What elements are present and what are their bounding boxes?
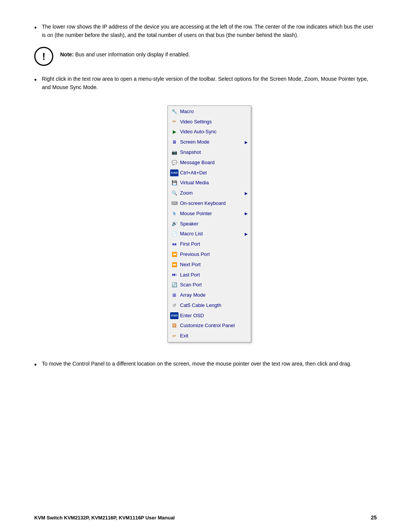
- bullet-item-3: • To move the Control Panel to a differe…: [34, 360, 377, 370]
- menu-item-zoom[interactable]: 🔍Zoom▶: [168, 188, 251, 198]
- menu-icon-macro-list: 📄: [170, 231, 178, 238]
- bullet-item-2: • Right click in the text row area to op…: [34, 75, 377, 353]
- menu-label-scan-port: Scan Port: [180, 281, 248, 289]
- menu-arrow-icon: ▶: [245, 211, 248, 217]
- menu-label-previous-port: Previous Port: [180, 251, 248, 259]
- menu-icon-previous-port: ⏪: [170, 251, 178, 258]
- menu-item-enter-osd[interactable]: OSDEnter OSD: [168, 311, 251, 321]
- menu-container: 🔧Macro✏Video Settings▶Video Auto-Sync🖥Sc…: [42, 105, 377, 342]
- menu-item-speaker[interactable]: 🔊Speaker: [168, 219, 251, 229]
- menu-label-customize-control-panel: Customize Control Panel: [180, 322, 248, 330]
- menu-label-speaker: Speaker: [180, 220, 248, 228]
- menu-item-virtual-media[interactable]: 💾Virtual Media: [168, 178, 251, 188]
- menu-label-snapshot: Snapshot: [180, 149, 248, 157]
- menu-label-video-auto-sync: Video Auto-Sync: [180, 128, 248, 136]
- menu-label-screen-mode: Screen Mode: [180, 138, 242, 146]
- menu-label-on-screen-keyboard: On-screen Keyboard: [180, 200, 248, 208]
- menu-icon-on-screen-keyboard: ⌨: [170, 200, 178, 207]
- menu-item-exit[interactable]: ↩Exit: [168, 331, 251, 341]
- footer-page-number: 25: [371, 514, 377, 521]
- menu-label-next-port: Next Port: [180, 261, 248, 269]
- menu-arrow-icon: ▶: [245, 139, 248, 145]
- note-icon: !: [34, 47, 53, 66]
- menu-icon-mouse-pointer: 🖱: [170, 210, 178, 217]
- menu-item-video-auto-sync[interactable]: ▶Video Auto-Sync: [168, 127, 251, 137]
- menu-icon-ctrl+alt+del: CAD: [170, 169, 178, 176]
- note-body: Bus and user information only display if…: [75, 51, 190, 58]
- menu-arrow-icon: ▶: [245, 231, 248, 237]
- menu-label-video-settings: Video Settings: [180, 118, 248, 126]
- note-box: ! Note: Bus and user information only di…: [34, 47, 377, 66]
- menu-icon-screen-mode: 🖥: [170, 139, 178, 146]
- menu-item-previous-port[interactable]: ⏪Previous Port: [168, 249, 251, 260]
- menu-label-message-board: Message Board: [180, 159, 248, 167]
- bullet-text-1: The lower row shows the IP address of th…: [42, 23, 377, 39]
- bullet-dot-2: •: [34, 75, 42, 85]
- menu-item-on-screen-keyboard[interactable]: ⌨On-screen Keyboard: [168, 198, 251, 209]
- menu-icon-macro: 🔧: [170, 108, 178, 115]
- menu-icon-exit: ↩: [170, 333, 178, 340]
- bullet-text-2: Right click in the text row area to open…: [42, 75, 377, 91]
- menu-arrow-icon: ▶: [245, 190, 248, 197]
- menu-item-message-board[interactable]: 💬Message Board: [168, 158, 251, 168]
- bullet-dot-1: •: [34, 23, 42, 33]
- menu-icon-enter-osd: OSD: [170, 312, 178, 319]
- menu-item-customize-control-panel[interactable]: 🖼Customize Control Panel: [168, 321, 251, 331]
- menu-icon-video-auto-sync: ▶: [170, 129, 178, 136]
- menu-item-screen-mode[interactable]: 🖥Screen Mode▶: [168, 137, 251, 147]
- menu-label-virtual-media: Virtual Media: [180, 179, 248, 187]
- menu-item-scan-port[interactable]: 🔄Scan Port: [168, 280, 251, 290]
- bullet-text-3: To move the Control Panel to a different…: [42, 360, 352, 368]
- menu-icon-customize-control-panel: 🖼: [170, 323, 178, 329]
- menu-label-zoom: Zoom: [180, 189, 242, 197]
- menu-label-cat5-cable-length: Cat5 Cable Length: [180, 302, 248, 310]
- menu-label-first-port: First Port: [180, 240, 248, 248]
- menu-icon-zoom: 🔍: [170, 190, 178, 197]
- menu-icon-first-port: ⏮: [170, 241, 178, 248]
- menu-item-last-port[interactable]: ⏭Last Port: [168, 270, 251, 280]
- note-label: Note:: [60, 51, 74, 58]
- menu-icon-cat5-cable-length: ↺: [170, 302, 178, 309]
- menu-icon-message-board: 💬: [170, 159, 178, 166]
- menu-label-enter-osd: Enter OSD: [180, 312, 248, 320]
- footer-title: KVM Switch KVM2132P, KVM2116P, KVM1116P …: [34, 515, 175, 521]
- menu-icon-last-port: ⏭: [170, 272, 178, 278]
- bullet-dot-3: •: [34, 360, 42, 370]
- menu-item-macro-list[interactable]: 📄Macro List▶: [168, 229, 251, 239]
- page-content: • The lower row shows the IP address of …: [0, 0, 411, 407]
- note-text: Note: Bus and user information only disp…: [60, 47, 190, 59]
- menu-label-ctrl+alt+del: Ctrl+Alt+Del: [180, 169, 248, 177]
- menu-label-mouse-pointer: Mouse Pointer: [180, 210, 242, 218]
- menu-label-array-mode: Array Mode: [180, 291, 248, 299]
- menu-item-mouse-pointer[interactable]: 🖱Mouse Pointer▶: [168, 209, 251, 219]
- menu-item-snapshot[interactable]: 📷Snapshot: [168, 147, 251, 158]
- page-footer: KVM Switch KVM2132P, KVM2116P, KVM1116P …: [0, 514, 411, 521]
- menu-item-array-mode[interactable]: ⊞Array Mode: [168, 290, 251, 300]
- menu-icon-speaker: 🔊: [170, 220, 178, 227]
- context-menu: 🔧Macro✏Video Settings▶Video Auto-Sync🖥Sc…: [167, 105, 251, 342]
- menu-item-video-settings[interactable]: ✏Video Settings: [168, 117, 251, 127]
- menu-icon-scan-port: 🔄: [170, 282, 178, 289]
- bullet-item-1: • The lower row shows the IP address of …: [34, 23, 377, 39]
- menu-label-last-port: Last Port: [180, 271, 248, 279]
- menu-icon-snapshot: 📷: [170, 149, 178, 156]
- menu-label-macro-list: Macro List: [180, 230, 242, 238]
- menu-item-macro[interactable]: 🔧Macro: [168, 107, 251, 117]
- menu-item-cat5-cable-length[interactable]: ↺Cat5 Cable Length: [168, 300, 251, 311]
- menu-label-exit: Exit: [180, 332, 248, 340]
- menu-icon-array-mode: ⊞: [170, 292, 178, 299]
- menu-item-next-port[interactable]: ⏩Next Port: [168, 260, 251, 270]
- menu-icon-virtual-media: 💾: [170, 180, 178, 187]
- menu-icon-next-port: ⏩: [170, 261, 178, 268]
- menu-icon-video-settings: ✏: [170, 118, 178, 125]
- menu-item-first-port[interactable]: ⏮First Port: [168, 239, 251, 249]
- menu-item-ctrlaltdel[interactable]: CADCtrl+Alt+Del: [168, 168, 251, 178]
- menu-label-macro: Macro: [180, 108, 248, 116]
